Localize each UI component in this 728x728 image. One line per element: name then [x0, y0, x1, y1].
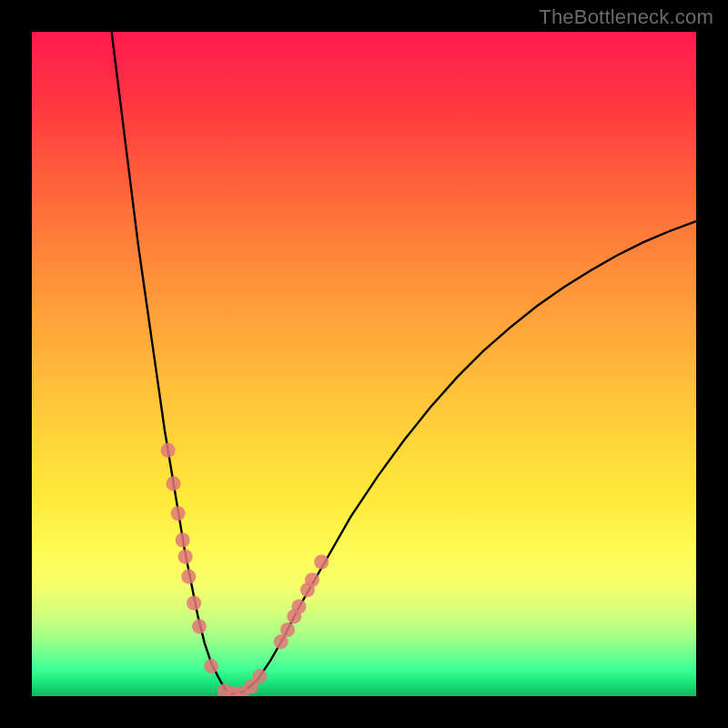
marker-point [187, 596, 201, 611]
chart-svg [32, 32, 696, 696]
marker-point [176, 532, 190, 547]
marker-point [161, 443, 176, 458]
bottleneck-curve [112, 32, 696, 694]
marker-group [161, 443, 329, 696]
chart-plot-area [32, 32, 696, 696]
marker-point [204, 659, 218, 673]
marker-point [166, 476, 180, 490]
marker-point [171, 506, 186, 521]
marker-point [181, 570, 196, 584]
marker-point [280, 622, 295, 637]
marker-point [178, 550, 193, 564]
marker-point [252, 669, 267, 683]
chart-outer-frame: TheBottleneck.com [0, 0, 728, 728]
watermark-text: TheBottleneck.com [539, 5, 713, 29]
marker-point [305, 572, 319, 587]
marker-point [192, 619, 207, 633]
marker-point [314, 555, 329, 570]
marker-point [291, 599, 306, 613]
